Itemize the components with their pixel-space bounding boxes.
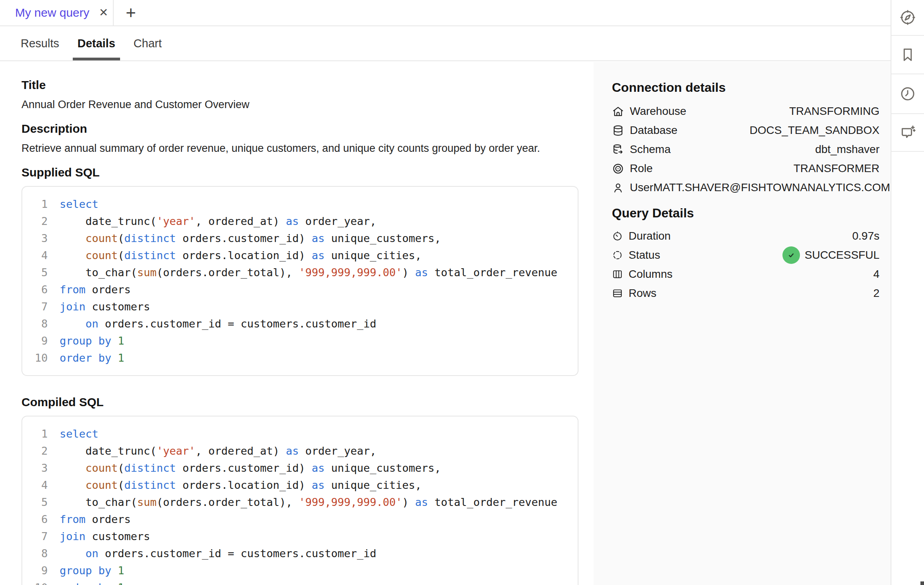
code-text: on orders.customer_id = customers.custom… bbox=[48, 547, 377, 560]
description-heading: Description bbox=[21, 122, 594, 136]
line-number: 3 bbox=[22, 462, 48, 474]
tab-chart[interactable]: Chart bbox=[134, 26, 162, 60]
tab-my-new-query[interactable]: My new query ✕ bbox=[0, 0, 114, 25]
compass-icon bbox=[899, 9, 916, 26]
history-icon bbox=[899, 85, 916, 102]
code-line: 5 to_char(sum(orders.order_total), '999,… bbox=[22, 264, 578, 281]
line-number: 7 bbox=[22, 300, 48, 313]
tab-results[interactable]: Results bbox=[21, 26, 59, 60]
supplied-sql-heading: Supplied SQL bbox=[21, 165, 594, 180]
compiled-sql-block: 1select2 date_trunc('year', ordered_at) … bbox=[21, 416, 578, 585]
code-line: 7join customers bbox=[22, 298, 578, 315]
code-text: to_char(sum(orders.order_total), '999,99… bbox=[48, 266, 557, 279]
row-value: 4 bbox=[873, 268, 879, 281]
code-text: to_char(sum(orders.order_total), '999,99… bbox=[48, 496, 557, 508]
line-number: 10 bbox=[22, 581, 48, 585]
row-label: Columns bbox=[629, 268, 672, 281]
tab-details[interactable]: Details bbox=[73, 26, 120, 60]
code-line: 8 on orders.customer_id = customers.cust… bbox=[22, 545, 578, 562]
line-number: 3 bbox=[22, 232, 48, 244]
code-text: from orders bbox=[48, 513, 131, 525]
code-line: 2 date_trunc('year', ordered_at) as orde… bbox=[22, 442, 578, 459]
line-number: 4 bbox=[22, 249, 48, 262]
add-tab-button[interactable]: + bbox=[114, 0, 148, 25]
line-number: 6 bbox=[22, 283, 48, 296]
line-number: 5 bbox=[22, 496, 48, 508]
line-number: 2 bbox=[22, 215, 48, 227]
query-row-columns: Columns4 bbox=[612, 265, 879, 284]
close-icon[interactable]: ✕ bbox=[99, 7, 108, 18]
line-number: 9 bbox=[22, 564, 48, 577]
line-number: 1 bbox=[22, 428, 48, 440]
line-number: 4 bbox=[22, 479, 48, 491]
status-icon bbox=[612, 250, 623, 261]
user-icon bbox=[612, 182, 624, 194]
connection-row-user: UserMATT.SHAVER@FISHTOWNANALYTICS.COM bbox=[612, 178, 879, 197]
sidebar-button-compass[interactable] bbox=[891, 0, 924, 36]
code-line: 6from orders bbox=[22, 281, 578, 298]
rows-icon bbox=[612, 288, 623, 299]
code-text: count(distinct orders.location_id) as un… bbox=[48, 479, 421, 491]
database-icon bbox=[612, 124, 624, 137]
code-text: date_trunc('year', ordered_at) as order_… bbox=[48, 215, 377, 227]
row-value: DOCS_TEAM_SANDBOX bbox=[749, 124, 879, 137]
success-badge bbox=[782, 246, 800, 264]
sidebar-button-chat-sparkles[interactable] bbox=[891, 114, 924, 152]
code-text: select bbox=[48, 428, 99, 440]
code-line: 4 count(distinct orders.location_id) as … bbox=[22, 247, 578, 264]
code-line: 3 count(distinct orders.customer_id) as … bbox=[22, 230, 578, 247]
role-icon bbox=[612, 163, 624, 175]
sidebar-button-history[interactable] bbox=[891, 74, 924, 114]
view-tabs: Results Details Chart bbox=[0, 26, 891, 61]
code-text: order by 1 bbox=[48, 581, 124, 585]
code-text: group by 1 bbox=[48, 564, 124, 577]
tab-strip: My new query ✕ + bbox=[0, 0, 891, 26]
scroll-corner-mark bbox=[920, 581, 924, 585]
warehouse-icon bbox=[612, 105, 624, 118]
row-value: SUCCESSFUL bbox=[782, 246, 879, 264]
tab-title: My new query bbox=[15, 6, 89, 19]
line-number: 6 bbox=[22, 513, 48, 525]
code-line: 6from orders bbox=[22, 511, 578, 528]
code-text: from orders bbox=[48, 283, 131, 296]
row-label: Duration bbox=[629, 230, 671, 242]
row-label: Status bbox=[629, 249, 660, 262]
title-value: Annual Order Revenue and Customer Overvi… bbox=[21, 98, 594, 111]
sidebar-button-bookmark[interactable] bbox=[891, 36, 924, 74]
query-info-panel: Connection details WarehouseTRANSFORMING… bbox=[594, 62, 891, 585]
description-value: Retrieve annual summary of order revenue… bbox=[21, 141, 594, 155]
row-label: Warehouse bbox=[630, 105, 686, 118]
code-text: group by 1 bbox=[48, 335, 124, 347]
line-number: 1 bbox=[22, 198, 48, 210]
query-row-rows: Rows2 bbox=[612, 284, 879, 303]
row-value: TRANSFORMING bbox=[789, 105, 879, 118]
code-line: 7join customers bbox=[22, 528, 578, 545]
code-text: join customers bbox=[48, 300, 150, 313]
code-line: 9group by 1 bbox=[22, 332, 578, 349]
line-number: 10 bbox=[22, 352, 48, 364]
connection-details-heading: Connection details bbox=[612, 79, 879, 95]
code-text: join customers bbox=[48, 530, 150, 542]
compiled-sql-heading: Compiled SQL bbox=[21, 395, 594, 409]
duration-icon bbox=[612, 231, 623, 242]
code-line: 2 date_trunc('year', ordered_at) as orde… bbox=[22, 213, 578, 230]
line-number: 9 bbox=[22, 335, 48, 347]
bookmark-icon bbox=[899, 46, 916, 63]
columns-icon bbox=[612, 269, 623, 280]
row-label: Database bbox=[630, 124, 677, 137]
row-value: dbt_mshaver bbox=[815, 143, 879, 156]
schema-icon bbox=[612, 143, 624, 156]
code-text: date_trunc('year', ordered_at) as order_… bbox=[48, 445, 377, 457]
row-value: 2 bbox=[873, 287, 879, 300]
code-line: 8 on orders.customer_id = customers.cust… bbox=[22, 315, 578, 332]
title-heading: Title bbox=[21, 78, 594, 92]
row-value: MATT.SHAVER@FISHTOWNANALYTICS.COM bbox=[653, 181, 890, 194]
code-line: 5 to_char(sum(orders.order_total), '999,… bbox=[22, 494, 578, 511]
code-text: count(distinct orders.location_id) as un… bbox=[48, 249, 421, 262]
code-text: order by 1 bbox=[48, 352, 124, 364]
code-text: on orders.customer_id = customers.custom… bbox=[48, 318, 377, 330]
chat-sparkles-icon bbox=[899, 124, 916, 141]
connection-details-rows: WarehouseTRANSFORMINGDatabaseDOCS_TEAM_S… bbox=[612, 102, 879, 197]
supplied-sql-block: 1select2 date_trunc('year', ordered_at) … bbox=[21, 186, 578, 376]
line-number: 8 bbox=[22, 318, 48, 330]
